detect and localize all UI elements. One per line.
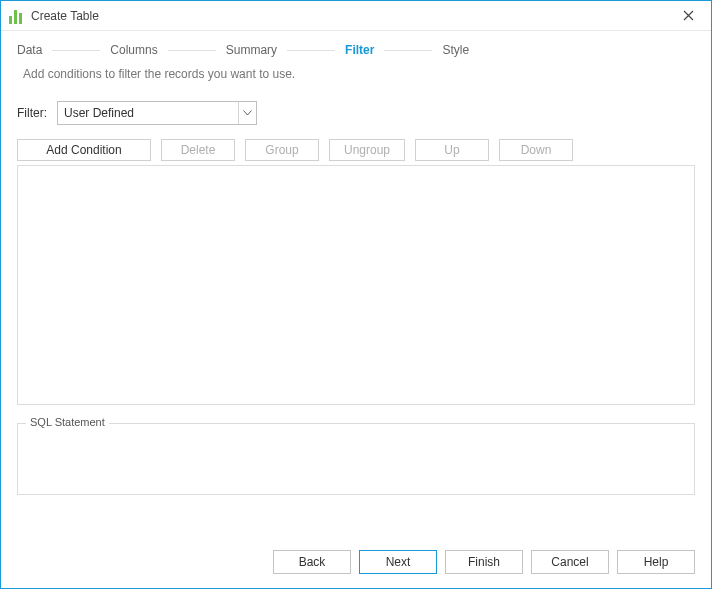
add-condition-button[interactable]: Add Condition [17,139,151,161]
window-title: Create Table [31,9,99,23]
filter-select-value: User Defined [64,106,238,120]
back-button[interactable]: Back [273,550,351,574]
delete-button[interactable]: Delete [161,139,235,161]
sql-statement-group: SQL Statement [17,423,695,495]
down-button[interactable]: Down [499,139,573,161]
group-button[interactable]: Group [245,139,319,161]
filter-label: Filter: [17,106,47,120]
help-button[interactable]: Help [617,550,695,574]
step-columns[interactable]: Columns [110,43,157,57]
wizard-steps: Data Columns Summary Filter Style [1,31,711,63]
dialog-body: Filter: User Defined Add Condition Delet… [1,95,711,538]
dialog-footer: Back Next Finish Cancel Help [1,538,711,588]
step-connector [384,50,432,51]
dialog-create-table: Create Table Data Columns Summary Filter… [0,0,712,589]
conditions-area[interactable] [17,165,695,405]
next-button[interactable]: Next [359,550,437,574]
step-data[interactable]: Data [17,43,42,57]
up-button[interactable]: Up [415,139,489,161]
wizard-subtitle: Add conditions to filter the records you… [1,63,711,95]
filter-row: Filter: User Defined [17,101,695,125]
chevron-down-icon [238,102,256,124]
step-connector [52,50,100,51]
app-icon [9,8,25,24]
finish-button[interactable]: Finish [445,550,523,574]
titlebar: Create Table [1,1,711,31]
cancel-button[interactable]: Cancel [531,550,609,574]
step-connector [168,50,216,51]
close-icon[interactable] [673,2,703,30]
step-connector [287,50,335,51]
ungroup-button[interactable]: Ungroup [329,139,405,161]
step-filter[interactable]: Filter [345,43,374,57]
sql-statement-legend: SQL Statement [26,416,109,428]
step-summary[interactable]: Summary [226,43,277,57]
conditions-toolbar: Add Condition Delete Group Ungroup Up Do… [17,139,695,161]
filter-select[interactable]: User Defined [57,101,257,125]
step-style[interactable]: Style [442,43,469,57]
